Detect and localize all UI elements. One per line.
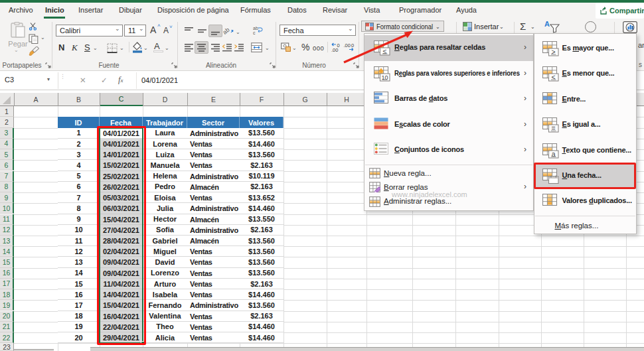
- svg-text:ab: ab: [223, 27, 231, 36]
- svg-text:ab: ab: [253, 26, 258, 31]
- svg-text:c: c: [253, 31, 256, 35]
